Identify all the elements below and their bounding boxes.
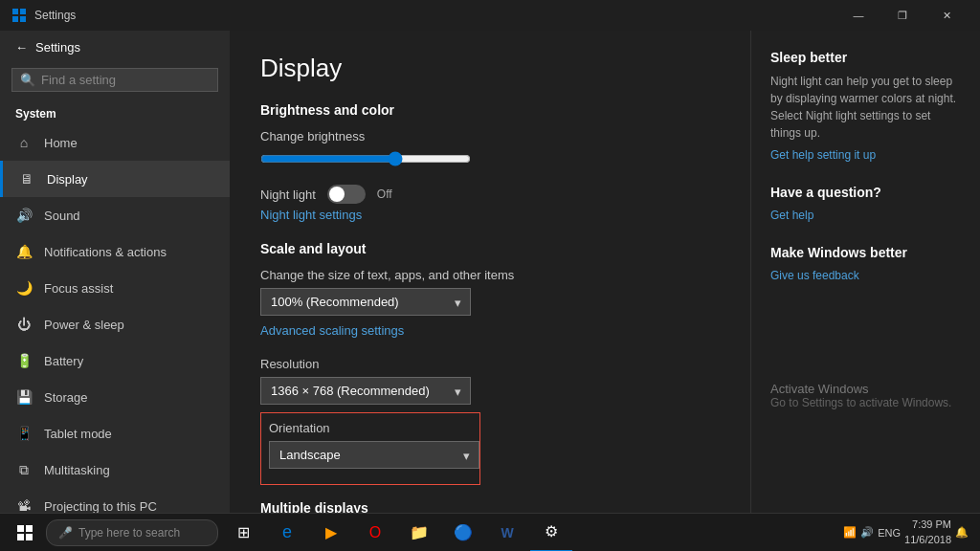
nav-label-focus: Focus assist xyxy=(44,281,113,296)
get-help-link[interactable]: Get help xyxy=(770,209,813,222)
sidebar-item-home[interactable]: ⌂ Home xyxy=(0,124,230,161)
app-icon xyxy=(11,8,27,23)
sidebar-item-storage[interactable]: 💾 Storage xyxy=(0,379,230,415)
minimize-button[interactable]: — xyxy=(836,0,880,31)
search-input[interactable] xyxy=(41,73,210,87)
taskbar-edge[interactable]: e xyxy=(266,514,308,552)
start-button[interactable] xyxy=(4,514,46,552)
sidebar-item-tablet[interactable]: 📱 Tablet mode xyxy=(0,415,230,452)
taskbar-search[interactable]: 🎤 Type here to search xyxy=(46,519,218,546)
clock-date: 11/6/2018 xyxy=(904,533,951,547)
svg-rect-6 xyxy=(17,534,24,540)
night-light-toggle[interactable] xyxy=(327,185,366,204)
taskbar-chrome[interactable]: 🔵 xyxy=(442,514,484,552)
sys-icons: 📶 🔊 ENG xyxy=(843,526,901,539)
svg-rect-2 xyxy=(12,16,18,22)
sidebar-item-notifications[interactable]: 🔔 Notifications & actions xyxy=(0,233,230,270)
sound-icon: 🔊 xyxy=(15,207,33,224)
sidebar-item-projecting[interactable]: 📽 Projecting to this PC xyxy=(0,488,230,513)
titlebar: Settings — ❐ ✕ xyxy=(0,0,980,31)
brightness-section-title: Brightness and color xyxy=(260,102,720,118)
battery-icon: 🔋 xyxy=(15,352,33,369)
back-icon: ← xyxy=(15,40,28,55)
notifications-icon: 🔔 xyxy=(15,243,33,260)
taskbar-apps: ⊞ e ▶ O 📁 🔵 W ⚙ xyxy=(222,514,572,552)
clock-time: 7:39 PM xyxy=(904,518,951,532)
close-button[interactable]: ✕ xyxy=(924,0,969,31)
taskbar-vlc[interactable]: ▶ xyxy=(310,514,352,552)
home-icon: ⌂ xyxy=(15,134,33,151)
taskbar-clock[interactable]: 7:39 PM 11/6/2018 xyxy=(904,518,951,547)
tablet-icon: 📱 xyxy=(15,425,33,442)
feedback-link[interactable]: Give us feedback xyxy=(770,269,859,282)
sleep-link[interactable]: Get help setting it up xyxy=(770,148,876,162)
window-controls: — ❐ ✕ xyxy=(836,0,969,31)
sidebar-item-battery[interactable]: 🔋 Battery xyxy=(0,342,230,379)
power-icon: ⏻ xyxy=(15,316,33,333)
right-section-sleep: Sleep better Night light can help you ge… xyxy=(770,50,961,162)
notification-icon[interactable]: 🔔 xyxy=(955,526,969,539)
back-button[interactable]: ← Settings xyxy=(0,31,230,64)
orientation-box: Orientation Landscape Portrait Landscape… xyxy=(260,412,480,485)
sidebar-item-multitasking[interactable]: ⧉ Multitasking xyxy=(0,452,230,488)
resolution-dropdown-wrapper: 1366 × 768 (Recommended) 1280 × 720 1024… xyxy=(260,377,471,405)
feedback-title: Make Windows better xyxy=(770,245,961,260)
svg-rect-5 xyxy=(26,525,33,532)
multitasking-icon: ⧉ xyxy=(15,461,33,478)
taskbar-task-view[interactable]: ⊞ xyxy=(222,514,264,552)
svg-rect-1 xyxy=(20,9,26,14)
scale-dropdown-wrapper: 100% (Recommended) 125% 150% 175% xyxy=(260,288,471,316)
question-title: Have a question? xyxy=(770,185,961,200)
nav-label-tablet: Tablet mode xyxy=(44,427,112,441)
taskbar-explorer[interactable]: 📁 xyxy=(398,514,440,552)
search-icon: 🔍 xyxy=(20,73,35,87)
lang-label: ENG xyxy=(878,527,901,539)
resolution-label: Resolution xyxy=(260,357,720,371)
night-light-state: Off xyxy=(377,187,392,201)
svg-rect-7 xyxy=(26,534,33,540)
back-label: Settings xyxy=(35,40,80,55)
right-panel: Sleep better Night light can help you ge… xyxy=(750,31,980,513)
night-light-settings-link[interactable]: Night light settings xyxy=(260,208,362,222)
nav-label-display: Display xyxy=(47,172,88,187)
nav-label-storage: Storage xyxy=(44,390,88,405)
nav-label-projecting: Projecting to this PC xyxy=(44,499,157,514)
window-title: Settings xyxy=(34,9,836,22)
taskbar: 🎤 Type here to search ⊞ e ▶ O 📁 🔵 W ⚙ 📶 … xyxy=(0,513,980,551)
sidebar-item-display[interactable]: 🖥 Display xyxy=(0,161,230,197)
brightness-label: Change brightness xyxy=(260,129,720,143)
focus-icon: 🌙 xyxy=(15,279,33,297)
restore-button[interactable]: ❐ xyxy=(880,0,924,31)
resolution-dropdown[interactable]: 1366 × 768 (Recommended) 1280 × 720 1024… xyxy=(260,377,471,405)
toggle-knob xyxy=(329,187,345,202)
advanced-scaling-link[interactable]: Advanced scaling settings xyxy=(260,323,404,338)
sidebar-item-focus[interactable]: 🌙 Focus assist xyxy=(0,270,230,306)
scale-description: Change the size of text, apps, and other… xyxy=(260,268,720,282)
taskbar-opera[interactable]: O xyxy=(354,514,396,552)
display-icon: 🖥 xyxy=(18,170,35,187)
brightness-slider[interactable] xyxy=(260,151,471,166)
orientation-label: Orientation xyxy=(269,421,472,435)
taskbar-word[interactable]: W xyxy=(486,514,528,552)
brightness-slider-container xyxy=(260,151,471,169)
activate-sub: Go to Settings to activate Windows. xyxy=(770,396,961,409)
activate-windows: Activate Windows Go to Settings to activ… xyxy=(770,305,961,409)
search-box[interactable]: 🔍 xyxy=(11,68,218,92)
mic-icon: 🎤 xyxy=(58,526,73,540)
nav-label-sound: Sound xyxy=(44,209,80,223)
scale-dropdown[interactable]: 100% (Recommended) 125% 150% 175% xyxy=(260,288,471,316)
night-light-row: Night light Off xyxy=(260,185,720,204)
nav-label-battery: Battery xyxy=(44,354,83,368)
taskbar-settings[interactable]: ⚙ xyxy=(530,514,572,552)
orientation-dropdown[interactable]: Landscape Portrait Landscape (flipped) P… xyxy=(269,441,479,469)
sidebar-item-sound[interactable]: 🔊 Sound xyxy=(0,197,230,233)
svg-rect-3 xyxy=(20,16,26,22)
nav-label-power: Power & sleep xyxy=(44,318,124,332)
taskbar-right: 📶 🔊 ENG 7:39 PM 11/6/2018 🔔 xyxy=(843,518,976,547)
scale-section-title: Scale and layout xyxy=(260,241,720,256)
svg-rect-4 xyxy=(17,525,24,532)
right-section-question: Have a question? Get help xyxy=(770,185,961,222)
sidebar-item-power[interactable]: ⏻ Power & sleep xyxy=(0,306,230,342)
search-placeholder: Type here to search xyxy=(78,526,180,540)
volume-icon: 🔊 xyxy=(860,526,874,539)
